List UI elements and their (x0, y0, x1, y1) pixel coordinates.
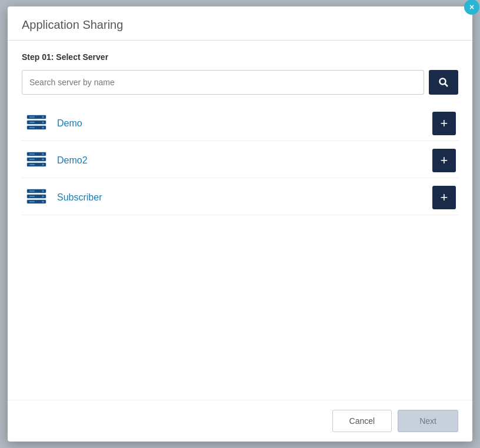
server-name: Subscriber (57, 192, 432, 203)
svg-point-8 (42, 116, 44, 118)
list-item: Subscriber + (22, 180, 458, 215)
add-server-button[interactable]: + (432, 186, 456, 209)
step-label: Step 01: Select Server (22, 52, 458, 62)
next-button[interactable]: Next (398, 410, 458, 432)
svg-point-28 (42, 201, 44, 203)
server-name: Demo2 (57, 155, 432, 166)
svg-point-19 (42, 164, 44, 166)
list-item: Demo + (22, 106, 458, 141)
server-list: Demo + (22, 106, 458, 215)
svg-point-18 (42, 159, 44, 161)
svg-point-9 (42, 122, 44, 123)
server-icon (24, 148, 49, 173)
search-button[interactable] (429, 70, 458, 95)
svg-line-1 (445, 84, 448, 87)
close-button[interactable]: × (464, 0, 479, 15)
server-icon (24, 185, 49, 210)
search-input[interactable] (22, 70, 424, 95)
cancel-button[interactable]: Cancel (332, 410, 392, 432)
svg-point-10 (42, 127, 44, 129)
svg-point-0 (440, 79, 446, 85)
modal-body: Step 01: Select Server (8, 41, 472, 400)
add-server-button[interactable]: + (432, 149, 456, 172)
modal-header: Application Sharing (8, 6, 472, 41)
svg-point-27 (42, 196, 44, 198)
server-name: Demo (57, 118, 432, 129)
search-row (22, 70, 458, 95)
modal-title: Application Sharing (22, 18, 458, 32)
list-item: Demo2 + (22, 143, 458, 178)
svg-point-17 (42, 153, 44, 155)
add-server-button[interactable]: + (432, 112, 456, 135)
modal-dialog: × Application Sharing Step 01: Select Se… (8, 6, 472, 442)
overlay: × Application Sharing Step 01: Select Se… (0, 0, 480, 448)
server-icon (24, 111, 49, 136)
modal-footer: Cancel Next (8, 400, 472, 442)
search-icon (438, 77, 449, 88)
svg-point-26 (42, 190, 44, 192)
